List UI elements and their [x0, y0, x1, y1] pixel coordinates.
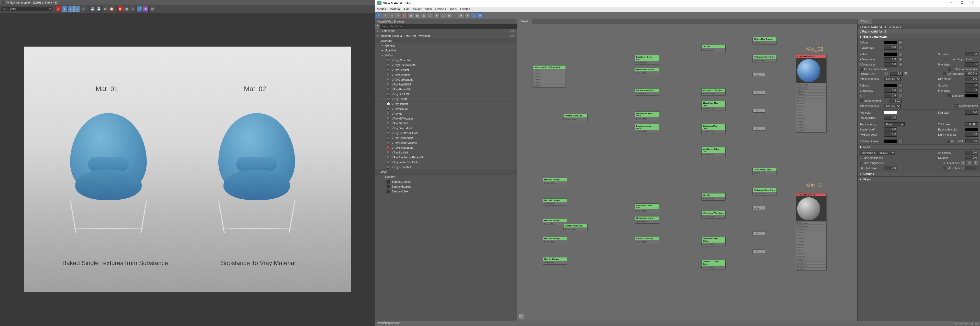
brdf-type-dd[interactable]: Microfacet GTR (GGX) [859, 151, 896, 155]
maps-header[interactable]: ▸Maps [858, 177, 980, 182]
material-item[interactable]: VRayFlakesMtl [375, 87, 517, 92]
rgb-b-button[interactable]: ● [68, 6, 74, 12]
node-i1[interactable]: i... M... [752, 73, 765, 77]
tb11[interactable]: ⊡ [440, 12, 446, 18]
node-basecolor-l[interactable]: BaseColor Color Cor...Source Map [635, 203, 659, 213]
fresnel-check[interactable] [859, 67, 863, 70]
material-input-slot[interactable]: Fresnel... [796, 96, 826, 99]
materials-category[interactable]: −Materials [375, 38, 517, 43]
material-input-slot[interactable]: Bump m... [796, 117, 826, 120]
rgb-r-button[interactable]: ● [55, 6, 61, 12]
material-input-slot[interactable]: A. rotat... [796, 102, 826, 105]
node-bitmap15[interactable]: Map #15 BitmapSource Map [543, 237, 567, 244]
material-input-slot[interactable]: RGlossi... [796, 93, 826, 96]
node-gloss-l[interactable]: Glossiness Map Outp...Source Map [701, 237, 725, 246]
menu-material[interactable]: Material [390, 7, 401, 11]
material-input-slot[interactable]: Diffuse map [796, 83, 826, 86]
use-gloss-radio[interactable] [859, 157, 862, 160]
node-i4[interactable]: i... M... [752, 127, 765, 131]
material-item[interactable]: VRayOverrideMtl [375, 126, 517, 131]
track-button[interactable]: ◎ [130, 6, 136, 12]
node-i2[interactable]: i... M... [752, 91, 765, 95]
minimize-button[interactable]: ─ [946, 1, 956, 6]
alpha-button[interactable]: ● [75, 6, 80, 12]
reflect-swatch[interactable] [884, 53, 897, 56]
material-item[interactable]: VRayVectorDisplBake [375, 160, 517, 165]
material-item[interactable]: VRayGLSLMtl [375, 92, 517, 97]
fog-swatch[interactable] [884, 111, 897, 114]
tb8[interactable]: ▥ [421, 12, 427, 18]
use-rough-radio[interactable] [859, 162, 862, 165]
tb7[interactable]: ▦ [414, 12, 420, 18]
material-input-slot[interactable]: Opacity... [796, 123, 826, 126]
axis-y-button[interactable]: Y [967, 161, 972, 165]
refract-swatch[interactable] [884, 84, 897, 87]
node-i3[interactable]: i... M... [752, 109, 765, 113]
sb-icon-5[interactable] [974, 321, 978, 326]
material-item[interactable]: VRayVRmatMtl [375, 165, 517, 169]
diffuse-swatch[interactable] [884, 41, 897, 44]
copy-button[interactable]: 📋 [109, 6, 114, 12]
layout-tool4[interactable]: ⊞ [477, 12, 483, 18]
node-final-mat02[interactable]: V-Ray material for _2Diffuse mapReflect … [796, 55, 827, 133]
render-viewport[interactable]: Mat_01 Mat_02 Baked Single Textures from… [0, 13, 375, 326]
teapot-tool[interactable]: 🫖 [401, 12, 407, 18]
node-gloss[interactable]: Glossiness Map Outp...Source Map [635, 111, 659, 121]
node-il3[interactable]: i... M... [752, 249, 765, 253]
node-displace2[interactable]: Displace... Map Outp...Source Map [701, 124, 725, 134]
material-item[interactable]: VRayBumpMtl [375, 72, 517, 77]
rgb-g-button[interactable]: ● [62, 6, 67, 12]
cc-button[interactable]: ▤ [149, 6, 155, 12]
material-input-slot[interactable]: Fresnel... [796, 233, 826, 237]
material-input-slot[interactable]: HGloss... [796, 89, 826, 93]
layout-tool3[interactable]: ⊡ [471, 12, 477, 18]
node-basecolor[interactable]: BaseColor Color Cor...Source Map [635, 55, 659, 65]
menu-view[interactable]: View [425, 7, 432, 11]
node-diffuse-out-l[interactable]: Diffuse Map Outp...Source Map [752, 168, 777, 175]
node-metallic-lower[interactable]: Metallic Color Cor...Source Map [563, 224, 587, 231]
tb10[interactable]: ⊞ [433, 12, 439, 18]
menu-modes[interactable]: Modes [377, 7, 386, 11]
scanline-subcat[interactable]: +Scanline [375, 48, 517, 53]
vray-subcat[interactable]: −V-Ray [375, 53, 517, 58]
lens-button[interactable]: ◐ [143, 6, 148, 12]
material-item[interactable]: VRayBlendMtl [375, 67, 517, 72]
lib-leather[interactable]: +Leather.matLIB [375, 29, 517, 34]
layout-tool[interactable]: ⊞ [458, 12, 464, 18]
node-il2[interactable]: i... M... [752, 232, 765, 235]
node-metallic2[interactable]: Metallic Color Cor...Source Map [635, 68, 659, 75]
sb-icon-1[interactable] [954, 321, 958, 326]
sb-icon-4[interactable] [969, 321, 974, 326]
node-reflection-out-l[interactable]: Reflection Color Cor...Source Map [752, 188, 777, 195]
axis-x-button[interactable]: X [961, 161, 966, 165]
material-item[interactable]: VRayScannedMtl [375, 136, 517, 141]
maximize-button[interactable]: ☐ [957, 1, 967, 6]
affect-channels-dd[interactable]: Col...nly [884, 77, 901, 81]
lib-amazon-echo[interactable]: +Amazon_Echo_&_Echo_Dot__vray.matLIB [375, 34, 517, 38]
close-button[interactable]: ✕ [968, 1, 978, 6]
region-button[interactable]: ▦ [124, 6, 129, 12]
channel-select[interactable]: RGB color [1, 6, 52, 11]
sme-titlebar[interactable]: Slate Material Editor ─ ☐ ✕ [375, 0, 980, 6]
node-il1[interactable]: i... M... [752, 206, 765, 210]
tb12[interactable]: ◉ [446, 12, 452, 18]
node-metallic-l2[interactable]: Metallic Color Cor...Source Map [635, 216, 659, 224]
nav-cube-icon[interactable]: ⊞ [519, 314, 524, 319]
mono-button[interactable]: ○ [81, 6, 86, 12]
vfb-titlebar[interactable]: V-Ray frame buffer - [200% of 640 x 480] [0, 0, 375, 5]
axis-z-button[interactable]: Z [974, 161, 978, 165]
node-bitmap10[interactable]: Map #10 BitmapSource Map [543, 178, 567, 185]
link-button[interactable]: 🔗 [137, 6, 142, 12]
stop-button[interactable]: ⏹ [117, 6, 123, 12]
node-final-mat01[interactable]: V-Ray material for _1Diffuse mapReflect … [796, 193, 827, 271]
select-tool[interactable]: ↖ [376, 12, 382, 18]
material-input-slot[interactable]: A. rotat... [796, 240, 826, 243]
assign-tool[interactable]: ↘ [389, 12, 395, 18]
material-input-slot[interactable]: Diffuse map [796, 221, 826, 224]
material-input-slot[interactable]: Bump m... [796, 255, 826, 258]
material-input-slot[interactable]: Displac... [796, 258, 826, 261]
material-input-slot[interactable]: Self-illu... [796, 129, 826, 132]
node-normal[interactable]: Normal Map Outp...Source Map [635, 88, 659, 96]
save-all-button[interactable]: 💾 [96, 6, 102, 12]
menu-options[interactable]: Options [436, 7, 446, 11]
